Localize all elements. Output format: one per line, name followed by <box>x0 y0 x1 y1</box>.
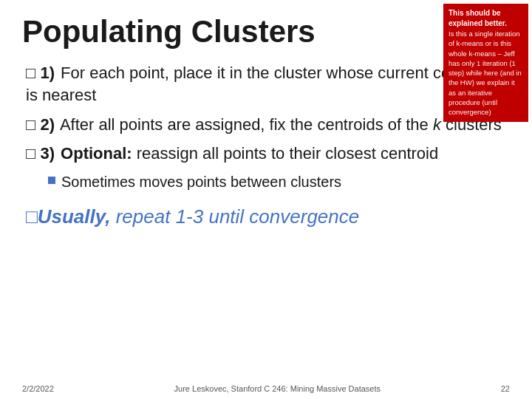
point-2: □ 2) After all points are assigned, fix … <box>22 114 510 136</box>
bullet-square-icon <box>48 177 55 184</box>
point-3-text: Optional: reassign all points to their c… <box>61 144 438 163</box>
usually-text: □Usually, repeat 1-3 until convergence <box>26 205 359 228</box>
annotation-title: This should be explained better. <box>449 8 523 29</box>
usually-line: □Usually, repeat 1-3 until convergence <box>22 205 510 228</box>
point-1-prefix: □ 1) <box>26 64 55 82</box>
footer-right: 22 <box>501 384 510 393</box>
footer: 2/2/2022 Jure Leskovec, Stanford C 246: … <box>0 384 532 393</box>
point-1: □ 1) For each point, place it in the clu… <box>22 62 510 106</box>
slide: This should be explained better. Is this… <box>0 0 532 399</box>
bullet-text: Sometimes moves points between clusters <box>61 172 341 192</box>
point-1-text: For each point, place it in the cluster … <box>26 64 503 104</box>
point-2-text: After all points are assigned, fix the c… <box>60 115 502 134</box>
footer-center: Jure Leskovec, Stanford C 246: Mining Ma… <box>174 384 381 393</box>
annotation-box: This should be explained better. Is this… <box>443 4 528 122</box>
footer-left: 2/2/2022 <box>22 384 54 393</box>
point-3-prefix: □ 3) <box>26 144 55 163</box>
bullet-item: Sometimes moves points between clusters <box>22 172 510 192</box>
point-3: □ 3) Optional: reassign all points to th… <box>22 143 510 165</box>
content-area: □ 1) For each point, place it in the clu… <box>22 62 510 228</box>
annotation-body: Is this a single iteration of k-means or… <box>449 29 523 117</box>
slide-title: Populating Clusters <box>22 15 510 49</box>
point-2-prefix: □ 2) <box>26 115 55 134</box>
